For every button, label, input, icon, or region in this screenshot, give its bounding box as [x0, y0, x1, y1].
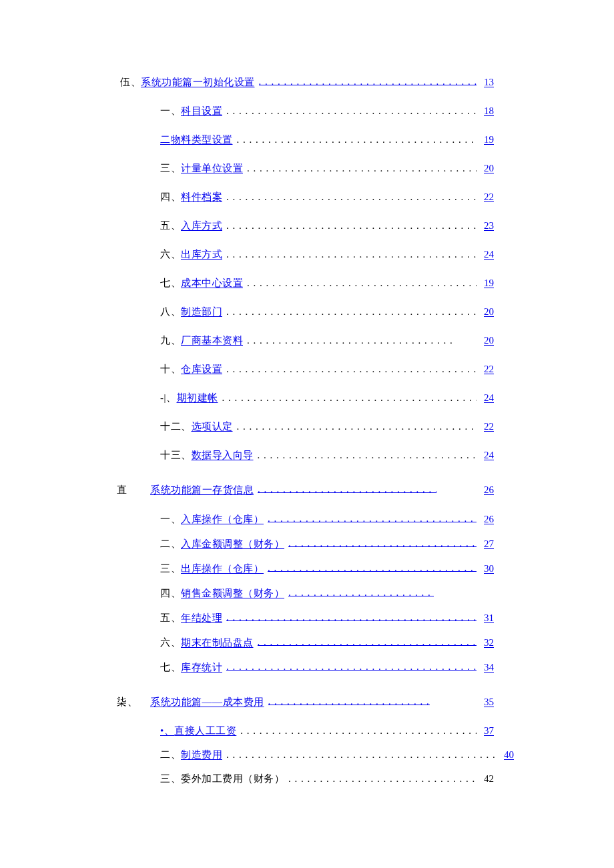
toc-item-link[interactable]: 仓库设置 [181, 364, 222, 374]
toc-item-label: •、直接人工工资 [160, 724, 236, 738]
toc-item-label: 十三、数据导入向导 [160, 448, 254, 462]
toc-item-label: 一、科目设置 [160, 104, 222, 118]
toc-leader-dots [222, 391, 477, 401]
toc-item-label: 五、入库方式 [160, 219, 222, 233]
toc-item-label: 四、料件档案 [160, 190, 222, 204]
toc-leader-dots [288, 586, 434, 596]
toc-item-link[interactable]: 出库方式 [181, 249, 222, 260]
toc-page-number[interactable]: 23 [479, 219, 494, 233]
toc-leader-dots [226, 660, 477, 671]
toc-page-number[interactable]: 13 [479, 75, 494, 89]
toc-leader-dots [288, 772, 477, 782]
toc-leader-dots [247, 276, 477, 286]
toc-page-number[interactable]: 31 [479, 611, 494, 625]
toc-leader-dots [240, 724, 477, 734]
toc-item-label: 二物料类型设置 [160, 133, 233, 147]
toc-page-number[interactable]: 40 [499, 748, 514, 762]
toc-item-link[interactable]: 期末在制品盘点 [181, 637, 254, 648]
toc-page-number[interactable]: 20 [479, 305, 494, 319]
toc-item-label: 四、销售金额调整（财务） [160, 586, 284, 600]
toc-item-link[interactable]: 销售金额调整（财务） [181, 588, 284, 598]
toc-page-number[interactable]: 19 [479, 133, 494, 147]
toc-leader-dots [226, 362, 477, 372]
toc-item-link[interactable]: 制造部门 [181, 306, 222, 317]
toc-section-link[interactable]: 系统功能篇一存货信息 [150, 484, 254, 495]
toc-item-link[interactable]: 料件档案 [181, 191, 222, 202]
toc-leader-dots [226, 610, 477, 621]
toc-item-label: 八、制造部门 [160, 305, 222, 319]
toc-leader-dots [226, 104, 477, 114]
toc-leader-dots [259, 75, 477, 85]
toc-item-link[interactable]: 选项认定 [192, 421, 233, 432]
toc-leader-dots [268, 512, 477, 522]
toc-item-label: 十二、选项认定 [160, 420, 233, 434]
toc-section-link[interactable]: 系统功能篇一初始化设置 [141, 77, 255, 87]
toc-page-number[interactable]: 22 [479, 420, 494, 434]
toc-item-link[interactable]: 期初建帐 [177, 392, 218, 403]
toc-item-label: 六、期末在制品盘点 [160, 636, 254, 650]
toc-page-number[interactable]: 32 [479, 636, 494, 650]
toc-item-link[interactable]: 成本中心设置 [181, 278, 243, 288]
toc-item-link[interactable]: 厂商基本资料 [181, 335, 243, 346]
toc-leader-dots [258, 635, 477, 646]
toc-page-number[interactable]: 24 [479, 391, 494, 405]
toc-page-number[interactable]: 26 [479, 483, 494, 497]
toc-item-label: 十、仓库设置 [160, 362, 222, 376]
toc-item-label: 九、厂商基本资料 [160, 334, 243, 348]
toc-page-number[interactable]: 24 [479, 248, 494, 262]
toc-leader-dots [226, 219, 477, 229]
toc-section-link[interactable]: 系统功能篇——成本费用 [150, 697, 264, 707]
toc-page-number[interactable]: 22 [479, 362, 494, 376]
toc-item-label: 六、出库方式 [160, 248, 222, 262]
toc-item-link[interactable]: 出库操作（仓库） [181, 563, 264, 574]
toc-item-label: 二、制造费用 [160, 748, 222, 762]
toc-page-number[interactable]: 27 [479, 537, 494, 551]
toc-item-link[interactable]: 入库金额调整（财务） [181, 538, 284, 549]
toc-page-number[interactable]: 26 [479, 512, 494, 526]
toc-item-link[interactable]: 库存统计 [181, 662, 222, 673]
toc-item-label: 二、入库金额调整（财务） [160, 537, 284, 551]
toc-item-label: 五、年结处理 [160, 611, 222, 625]
toc-item-link[interactable]: 计量单位设置 [181, 163, 243, 173]
toc-leader-dots [268, 695, 430, 705]
toc-page-number[interactable]: 35 [479, 695, 494, 709]
toc-leader-dots [268, 561, 477, 572]
toc-leader-dots [226, 748, 497, 758]
toc-leader-dots [237, 420, 477, 430]
toc-item-link: 委外加工费用（财务） [181, 773, 284, 784]
toc-page-number[interactable]: 22 [479, 190, 494, 204]
toc-page-number[interactable]: 20 [479, 334, 494, 348]
toc-page-number[interactable]: 24 [479, 448, 494, 462]
toc-page-number[interactable]: 34 [479, 661, 494, 675]
toc-leader-dots [247, 161, 477, 171]
toc-item-link[interactable]: 年结处理 [181, 612, 222, 623]
toc-item-link[interactable]: 物料类型设置 [171, 134, 233, 145]
toc-item-link[interactable]: 入库操作（仓库） [181, 514, 264, 524]
toc-leader-dots [288, 536, 477, 547]
toc-leader-dots [226, 248, 477, 258]
toc-item-link[interactable]: 科目设置 [181, 105, 222, 116]
toc-leader-dots [226, 190, 477, 200]
toc-item-label: 三、出库操作（仓库） [160, 562, 264, 576]
toc-section-label: 柒、系统功能篇——成本费用 [120, 695, 264, 709]
toc-leader-dots [226, 305, 477, 315]
toc-leader-dots [247, 334, 456, 344]
toc-item-link[interactable]: 直接人工工资 [174, 725, 236, 736]
toc-page-number[interactable]: 20 [479, 161, 494, 175]
toc-item-link[interactable]: 制造费用 [181, 749, 222, 760]
toc-item-label: 一、入库操作（仓库） [160, 512, 264, 526]
toc-item-link[interactable]: 入库方式 [181, 220, 222, 231]
toc-leader-dots [237, 133, 477, 143]
toc-item-label: 七、成本中心设置 [160, 276, 243, 290]
toc-page-number[interactable]: 37 [479, 724, 494, 738]
toc-item-label: 三、委外加工费用（财务） [160, 772, 284, 786]
toc-page-number[interactable]: 19 [479, 276, 494, 290]
toc-section-label: 伍、系统功能篇一初始化设置 [120, 75, 255, 89]
toc-page-number[interactable]: 30 [479, 562, 494, 576]
toc-page-number: 42 [479, 772, 494, 786]
toc-item-label: 三、计量单位设置 [160, 161, 243, 175]
toc-item-label: 七、库存统计 [160, 661, 222, 675]
toc-item-link[interactable]: 数据导入向导 [192, 450, 254, 460]
toc-section-label: 直系统功能篇一存货信息 [120, 483, 254, 497]
toc-page-number[interactable]: 18 [479, 104, 494, 118]
